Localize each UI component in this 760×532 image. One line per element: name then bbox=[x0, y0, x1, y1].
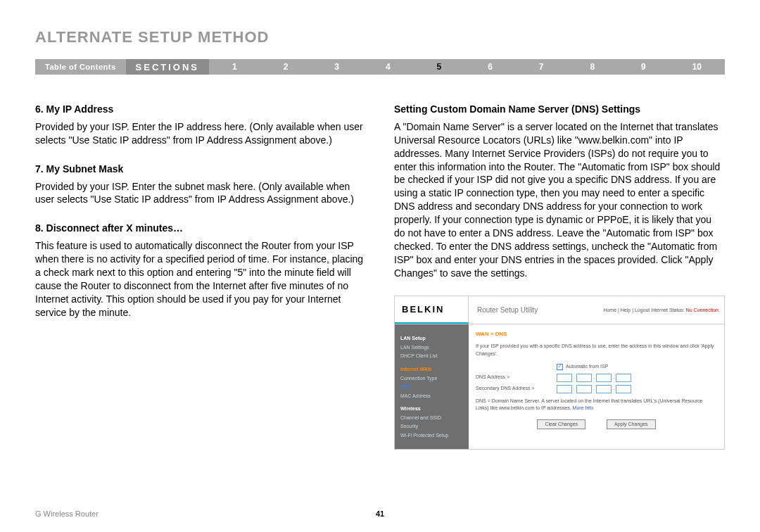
section-link-10[interactable]: 10 bbox=[692, 62, 702, 72]
para-dns: A "Domain Name Server" is a server locat… bbox=[394, 120, 725, 280]
intro-text: If your ISP provided you with a specific… bbox=[476, 343, 717, 357]
heading-disconnect: 8. Disconnect after X minutes… bbox=[35, 222, 366, 235]
heading-subnet: 7. My Subnet Mask bbox=[35, 163, 366, 176]
dns2-octet-2[interactable] bbox=[576, 385, 592, 393]
belkin-logo: BELKIN bbox=[395, 296, 469, 324]
section-link-2[interactable]: 2 bbox=[284, 62, 289, 72]
section-navbar: Table of Contents SECTIONS 1 2 3 4 5 6 7… bbox=[35, 59, 725, 75]
sidebar-item-lan-settings[interactable]: LAN Settings bbox=[400, 343, 463, 353]
utility-links-text[interactable]: Home | Help | Logout Internet Status: bbox=[603, 308, 685, 312]
internet-status: No Connection bbox=[686, 308, 718, 312]
sidebar-item-wps[interactable]: Wi-Fi Protected Setup bbox=[400, 431, 463, 441]
auto-isp-label: Automatic from ISP bbox=[566, 363, 608, 371]
sidebar-item-dns[interactable]: DNS bbox=[400, 383, 463, 392]
dns2-octet-3[interactable] bbox=[596, 385, 612, 393]
sidebar-item-channel[interactable]: Channel and SSID bbox=[400, 414, 463, 423]
dns2-octet-1[interactable] bbox=[557, 385, 572, 393]
sections-label: SECTIONS bbox=[126, 59, 209, 75]
apply-changes-button[interactable]: Apply Changes bbox=[607, 419, 655, 430]
auto-isp-checkbox[interactable]: ✓ bbox=[557, 364, 563, 370]
clear-changes-button[interactable]: Clear Changes bbox=[537, 419, 585, 430]
dns2-octet-4[interactable] bbox=[616, 385, 631, 393]
para-my-ip: Provided by your ISP. Enter the IP addre… bbox=[35, 120, 366, 147]
section-link-6[interactable]: 6 bbox=[488, 62, 493, 72]
sidebar-item-mac[interactable]: MAC Address bbox=[400, 392, 463, 401]
section-link-7[interactable]: 7 bbox=[539, 62, 544, 72]
section-numbers: 1 2 3 4 5 6 7 8 9 10 bbox=[209, 62, 725, 72]
heading-dns: Setting Custom Domain Name Server (DNS) … bbox=[394, 103, 725, 116]
sidebar-group-wan: Internet WAN bbox=[400, 365, 463, 374]
dns2-label: Secondary DNS Address > bbox=[476, 385, 557, 393]
sidebar-item-security[interactable]: Security bbox=[400, 422, 463, 431]
section-link-3[interactable]: 3 bbox=[334, 62, 339, 72]
sidebar-item-dhcp[interactable]: DHCP Client List bbox=[400, 352, 463, 361]
right-column: Setting Custom Domain Name Server (DNS) … bbox=[394, 103, 725, 450]
utility-title: Router Setup Utility bbox=[469, 301, 546, 319]
footer-product: G Wireless Router bbox=[35, 509, 99, 518]
dns-octet-2[interactable] bbox=[576, 374, 592, 382]
breadcrumb: WAN > DNS bbox=[476, 330, 717, 338]
toc-link[interactable]: Table of Contents bbox=[35, 63, 126, 71]
para-subnet: Provided by your ISP. Enter the subnet m… bbox=[35, 180, 366, 207]
heading-my-ip: 6. My IP Address bbox=[35, 103, 366, 116]
dns-label: DNS Address > bbox=[476, 374, 557, 381]
dns-octet-3[interactable] bbox=[596, 374, 612, 382]
dns-octet-1[interactable] bbox=[557, 374, 572, 382]
section-link-1[interactable]: 1 bbox=[232, 62, 237, 72]
utility-content: WAN > DNS If your ISP provided you with … bbox=[469, 324, 724, 449]
utility-top-links[interactable]: Home | Help | Logout Internet Status: No… bbox=[597, 303, 724, 317]
utility-sidebar: LAN Setup LAN Settings DHCP Client List … bbox=[395, 324, 469, 449]
router-utility-screenshot: BELKIN Router Setup Utility Home | Help … bbox=[394, 296, 725, 450]
section-link-5[interactable]: 5 bbox=[437, 62, 442, 72]
sidebar-group-lan: LAN Setup bbox=[400, 334, 463, 343]
page-number: 41 bbox=[376, 509, 384, 518]
section-link-9[interactable]: 9 bbox=[641, 62, 646, 72]
left-column: 6. My IP Address Provided by your ISP. E… bbox=[35, 103, 366, 450]
para-disconnect: This feature is used to automatically di… bbox=[35, 239, 366, 319]
section-link-8[interactable]: 8 bbox=[590, 62, 595, 72]
section-link-4[interactable]: 4 bbox=[386, 62, 391, 72]
more-info-link[interactable]: More Info bbox=[573, 405, 594, 410]
sidebar-item-connection-type[interactable]: Connection Type bbox=[400, 374, 463, 384]
dns-note: DNS = Domain Name Server. A server locat… bbox=[476, 398, 717, 412]
page-title: ALTERNATE SETUP METHOD bbox=[35, 28, 725, 46]
sidebar-group-wireless: Wireless bbox=[400, 405, 463, 414]
dns-octet-4[interactable] bbox=[616, 374, 631, 382]
